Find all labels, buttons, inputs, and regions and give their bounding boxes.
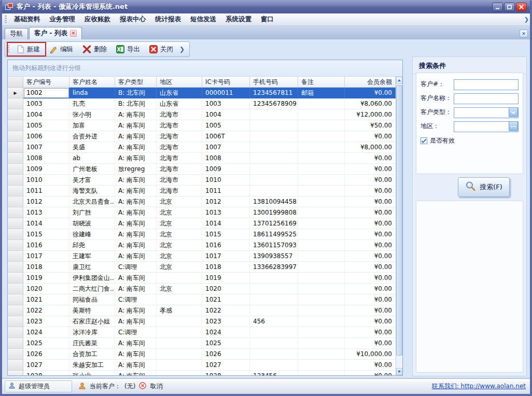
row-indicator[interactable] — [8, 262, 23, 273]
cell[interactable] — [157, 360, 202, 371]
column-header-region[interactable]: 地区 — [157, 77, 202, 88]
cell[interactable]: 北海市 — [157, 164, 202, 175]
cell[interactable]: 13601157093 — [250, 240, 298, 251]
vertical-scrollbar[interactable] — [396, 77, 402, 375]
cell[interactable] — [250, 360, 298, 371]
cell[interactable] — [298, 109, 345, 120]
cell[interactable]: A: 南车间 — [115, 284, 157, 294]
row-indicator[interactable] — [8, 196, 23, 207]
cell[interactable]: 1015 — [202, 229, 250, 240]
cell[interactable] — [157, 273, 202, 284]
row-indicator[interactable] — [8, 316, 23, 327]
cell[interactable]: A: 南车间 — [115, 371, 157, 375]
cell[interactable]: 123456 — [250, 371, 298, 375]
cell[interactable]: A: 南车间 — [115, 175, 157, 186]
cell[interactable]: 1027 — [202, 360, 250, 371]
cell[interactable]: 1017 — [23, 251, 69, 262]
cell[interactable]: 1024 — [23, 327, 69, 338]
cell[interactable]: ¥0.00 — [345, 88, 396, 98]
cell[interactable] — [250, 175, 298, 186]
cell[interactable]: ¥0.00 — [345, 131, 396, 142]
row-indicator[interactable] — [8, 218, 23, 229]
menu-item-basic-data[interactable]: 基础资料 — [9, 13, 45, 25]
cell[interactable]: ¥8,000.00 — [345, 142, 396, 153]
cell[interactable]: 孝感 — [157, 305, 202, 316]
cell[interactable]: C:调理 — [115, 327, 157, 338]
table-row[interactable]: 1018康卫红C:调理北京101813366283997¥0.00 — [8, 262, 396, 273]
cell[interactable]: ¥0.00 — [345, 371, 396, 375]
cell[interactable]: ¥0.00 — [345, 360, 396, 371]
cell[interactable]: 1007 — [23, 142, 69, 153]
row-indicator[interactable] — [8, 240, 23, 251]
cell[interactable]: A: 南车间 — [115, 142, 157, 153]
cell[interactable] — [250, 186, 298, 196]
cell[interactable] — [298, 142, 345, 153]
cell[interactable]: 石家庄赵小姐 — [69, 316, 115, 327]
cell[interactable] — [157, 371, 202, 375]
table-row[interactable]: 1025庄氏酱菜A: 南车间1025¥0.00 — [8, 338, 396, 349]
menu-grip[interactable] — [5, 16, 7, 24]
cell[interactable]: 0000011 — [202, 88, 250, 98]
cell[interactable]: 北海市 — [157, 120, 202, 131]
is-valid-checkbox[interactable] — [421, 137, 427, 144]
table-row[interactable]: 1009广州老板放regreg北海市1009¥0.00 — [8, 164, 396, 175]
cell[interactable]: ab — [69, 153, 115, 164]
cell[interactable] — [298, 294, 345, 305]
cell[interactable]: 1016 — [202, 240, 250, 251]
cell[interactable]: 1008 — [202, 153, 250, 164]
cell[interactable]: 1025 — [202, 338, 250, 349]
cell[interactable] — [250, 338, 298, 349]
cell[interactable]: A: 南车间 — [115, 131, 157, 142]
row-indicator[interactable] — [8, 284, 23, 294]
cell[interactable]: 13001999808 — [250, 207, 298, 218]
cell[interactable]: linda — [69, 88, 115, 98]
cell[interactable]: A: 南车间 — [115, 196, 157, 207]
scrollbar-thumb[interactable] — [396, 85, 402, 356]
cell[interactable]: 1028 — [202, 371, 250, 375]
cell[interactable]: 山东省 — [157, 98, 202, 109]
cell[interactable]: 1016 — [23, 240, 69, 251]
cell[interactable]: 1003 — [23, 98, 69, 109]
cell[interactable] — [250, 327, 298, 338]
cell[interactable]: 1007 — [202, 142, 250, 153]
cell[interactable]: 1025 — [23, 338, 69, 349]
cell[interactable]: A: 南车间 — [115, 251, 157, 262]
cell[interactable]: 北京 — [157, 284, 202, 294]
cell[interactable]: 北京 — [157, 218, 202, 229]
cell[interactable] — [298, 175, 345, 186]
selected-row-indicator[interactable]: ▶ — [8, 88, 23, 98]
cell[interactable] — [250, 294, 298, 305]
cell[interactable]: 1022 — [202, 305, 250, 316]
cell[interactable] — [298, 131, 345, 142]
chevron-down-icon[interactable] — [509, 107, 518, 117]
cell[interactable] — [250, 164, 298, 175]
row-indicator[interactable] — [8, 175, 23, 186]
cell[interactable]: 孔亮 — [69, 98, 115, 109]
row-indicator[interactable] — [8, 273, 23, 284]
cell[interactable] — [298, 305, 345, 316]
search-button[interactable]: 搜索(F) — [458, 177, 510, 197]
cell[interactable]: 北海市 — [157, 131, 202, 142]
ellipsis-icon[interactable] — [509, 121, 518, 131]
cell[interactable] — [250, 142, 298, 153]
cell[interactable]: 1026 — [202, 349, 250, 360]
cell[interactable] — [298, 196, 345, 207]
row-indicator[interactable] — [8, 338, 23, 349]
cell[interactable] — [298, 371, 345, 375]
cell[interactable]: 1009 — [23, 164, 69, 175]
cell[interactable]: ¥0.00 — [345, 164, 396, 175]
row-indicator[interactable] — [8, 109, 23, 120]
cell[interactable] — [298, 273, 345, 284]
cell[interactable]: A: 南车间 — [115, 120, 157, 131]
cell[interactable]: 1014 — [202, 218, 250, 229]
table-row[interactable]: 1014胡晓波A: 南车间北京101413701256169¥0.00 — [8, 218, 396, 229]
cell[interactable]: ¥0.00 — [345, 153, 396, 164]
cell[interactable]: 1019 — [202, 273, 250, 284]
table-row[interactable]: 1019伊利集团金山...A: 南车间1019¥0.00 — [8, 273, 396, 284]
cell[interactable]: ¥0.00 — [345, 294, 396, 305]
cell[interactable]: 同福食品 — [69, 294, 115, 305]
row-indicator[interactable] — [8, 186, 23, 196]
cell[interactable]: ¥0.00 — [345, 251, 396, 262]
cell[interactable]: ¥0.00 — [345, 175, 396, 186]
cell[interactable]: 1005 — [23, 120, 69, 131]
